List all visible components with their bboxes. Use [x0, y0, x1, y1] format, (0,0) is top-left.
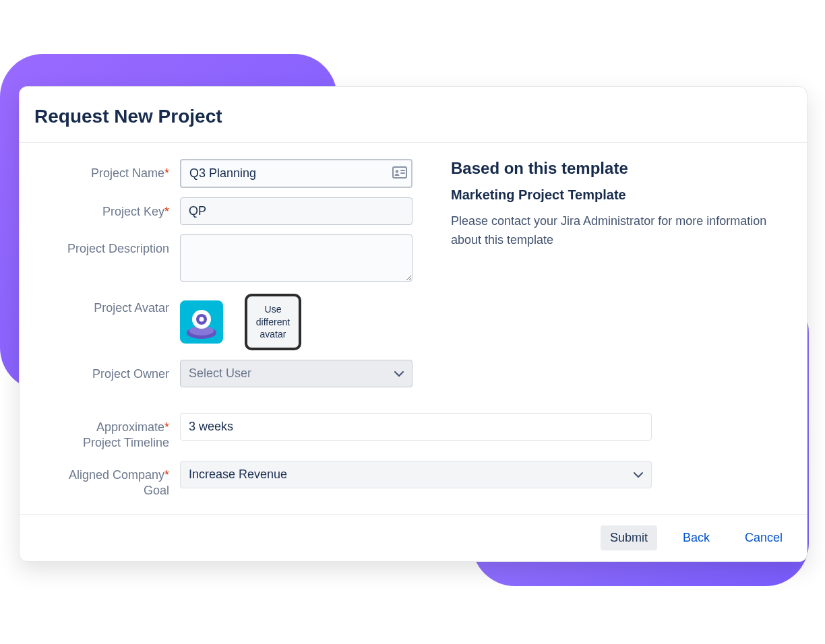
dialog-header: Request New Project [20, 87, 807, 143]
company-goal-value: Increase Revenue [189, 468, 287, 482]
label-project-key: Project Key* [34, 197, 169, 220]
label-company-goal: Aligned Company*Goal [34, 461, 169, 499]
project-name-input[interactable] [180, 159, 413, 188]
template-heading: Based on this template [451, 159, 792, 178]
dialog-title: Request New Project [34, 106, 788, 127]
row-project-owner: Project Owner Select User [34, 360, 419, 387]
request-project-dialog: Request New Project Project Name* Projec… [19, 86, 807, 562]
label-project-avatar: Project Avatar [34, 294, 169, 316]
timeline-input[interactable] [180, 413, 652, 441]
svg-point-8 [200, 317, 204, 322]
label-project-name: Project Name* [34, 159, 169, 181]
row-project-description: Project Description [34, 234, 419, 284]
row-timeline: Approximate*Project Timeline [34, 413, 792, 451]
use-different-avatar-button[interactable]: Use different avatar [245, 294, 301, 350]
row-project-key: Project Key* [34, 197, 419, 225]
cancel-button[interactable]: Cancel [735, 525, 792, 550]
dialog-body: Project Name* Project Key* Project Descr… [20, 143, 807, 413]
project-description-input[interactable] [180, 234, 413, 282]
row-project-name: Project Name* [34, 159, 419, 188]
back-button[interactable]: Back [673, 525, 719, 550]
label-timeline: Approximate*Project Timeline [34, 413, 169, 451]
chevron-down-icon [394, 366, 404, 381]
project-avatar-icon [180, 300, 223, 344]
svg-rect-3 [400, 172, 405, 174]
row-project-avatar: Project Avatar Use different avatar [34, 294, 419, 350]
template-name: Marketing Project Template [451, 187, 792, 203]
template-description: Please contact your Jira Administrator f… [451, 212, 792, 250]
dialog-footer: Submit Back Cancel [20, 514, 807, 561]
project-owner-select[interactable]: Select User [180, 360, 413, 387]
svg-point-1 [396, 170, 398, 172]
chevron-down-icon [634, 468, 643, 482]
form-wide-rows: Approximate*Project Timeline Aligned Com… [20, 413, 807, 514]
submit-button[interactable]: Submit [601, 525, 657, 550]
label-project-description: Project Description [34, 234, 169, 257]
template-info: Based on this template Marketing Project… [451, 159, 792, 397]
company-goal-select[interactable]: Increase Revenue [180, 461, 652, 488]
project-owner-placeholder: Select User [189, 366, 251, 381]
svg-rect-2 [400, 170, 405, 171]
form-column: Project Name* Project Key* Project Descr… [34, 159, 419, 397]
row-company-goal: Aligned Company*Goal Increase Revenue [34, 461, 792, 499]
label-project-owner: Project Owner [34, 360, 169, 382]
project-key-input[interactable] [180, 197, 413, 225]
contact-card-icon [392, 166, 407, 181]
